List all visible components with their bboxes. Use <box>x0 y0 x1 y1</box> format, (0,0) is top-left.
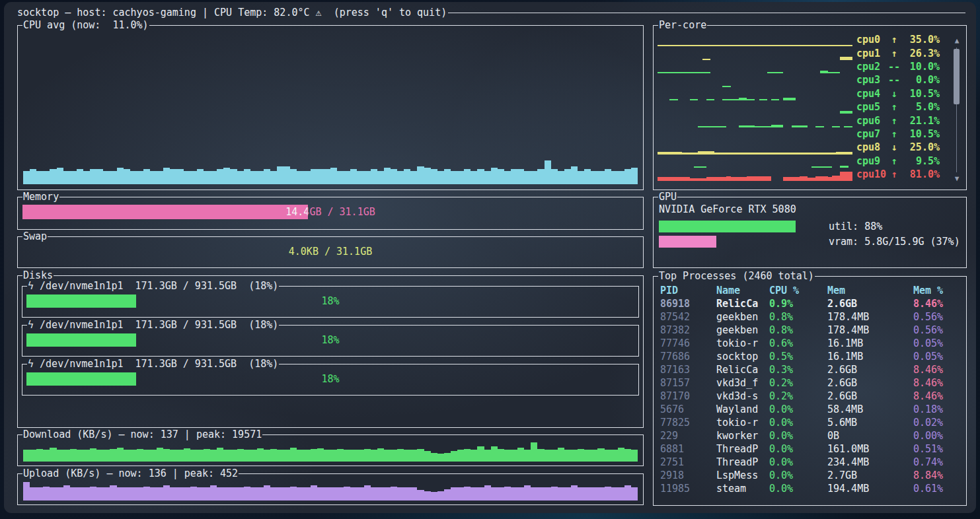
scroll-up-icon[interactable]: ▲ <box>952 37 961 45</box>
titlebar: socktop — host: cachyos-gaming | CPU Tem… <box>4 2 976 22</box>
process-mem-pct: 8.46% <box>913 364 961 376</box>
process-row[interactable]: 77746 tokio-r 0.6% 16.1MB 0.05% <box>660 337 961 350</box>
process-mem-pct: 0.05% <box>913 351 961 363</box>
process-pid: 87382 <box>660 324 716 336</box>
gpu-vram-fill <box>659 236 716 248</box>
process-row[interactable]: 87157 vkd3d_f 0.2% 2.6GB 8.46% <box>660 376 961 390</box>
process-row[interactable]: 87170 vkd3d-s 0.2% 2.6GB 8.46% <box>660 390 961 403</box>
gpu-util-fill <box>659 221 796 232</box>
scrollbar-thumb[interactable] <box>954 49 960 104</box>
core-row: cpu9 ↑ 9.5% <box>658 155 940 168</box>
process-cpu: 0.0% <box>769 403 827 415</box>
process-row[interactable]: 87382 geekben 0.8% 178.4MB 0.56% <box>660 324 961 337</box>
process-pid: 5676 <box>660 403 716 415</box>
process-cpu: 0.9% <box>769 298 827 310</box>
disks-title: Disks <box>22 271 54 281</box>
disk-usage-gauge: 18% <box>26 333 634 347</box>
process-mem-pct: 0.00% <box>913 430 961 442</box>
per-core-panel: Per-core cpu0 ↑ 35.0% <box>653 25 967 190</box>
process-row[interactable]: 11985 steam 0.0% 194.4MB 0.61% <box>660 482 961 495</box>
process-mem: 161.0MB <box>827 443 913 455</box>
process-name: vkd3d_f <box>716 377 769 389</box>
process-row[interactable]: 2751 ThreadP 0.0% 234.4MB 0.74% <box>660 456 961 469</box>
disk-item-title: /dev/nvme1n1p1 171.3GB / 931.5GB (18%) <box>40 280 278 292</box>
process-table-body: 86918 RelicCa 0.9% 2.6GB 8.46% 87542 gee… <box>660 297 961 495</box>
core-trend-icon: ↑ <box>887 48 901 59</box>
process-mem: 16.1MB <box>827 351 913 363</box>
core-trend-icon: ↑ <box>887 155 901 167</box>
core-name: cpu8 <box>856 141 887 153</box>
disk-usage-gauge: 18% <box>26 294 634 308</box>
process-mem: 5.6MB <box>827 417 913 429</box>
core-trend-icon: ↓ <box>887 141 901 153</box>
process-name: RelicCa <box>716 364 769 376</box>
process-pid: 2751 <box>660 456 716 468</box>
col-name: Name <box>716 285 769 296</box>
process-mem: 58.4MB <box>827 403 913 415</box>
core-usage-value: 35.0% <box>901 34 940 46</box>
process-mem-pct: 0.05% <box>913 337 961 349</box>
disk-power-icon: ϟ <box>28 280 40 292</box>
process-pid: 11985 <box>660 483 716 495</box>
process-mem-pct: 0.61% <box>913 483 961 495</box>
core-name: cpu9 <box>856 155 887 167</box>
process-pid: 77746 <box>660 337 716 349</box>
core-name: cpu7 <box>856 128 887 140</box>
core-trend-icon: ↑ <box>887 115 901 127</box>
disk-item-title: /dev/nvme1n1p1 171.3GB / 931.5GB (18%) <box>40 319 278 331</box>
process-row[interactable]: 2918 LspMess 0.0% 2.7GB 8.84% <box>660 469 961 482</box>
col-pid: PID <box>660 285 716 296</box>
process-mem-pct: 0.56% <box>913 324 961 336</box>
cpu-avg-title: CPU avg (now: 11.0%) <box>22 20 149 30</box>
swap-gauge-label: 4.0KB / 31.1GB <box>22 244 638 259</box>
process-mem: 194.4MB <box>827 483 913 495</box>
col-mem-pct: Mem % <box>913 285 961 296</box>
process-row[interactable]: 77686 socktop 0.5% 16.1MB 0.05% <box>660 350 961 363</box>
process-name: ThreadP <box>716 456 769 468</box>
col-mem: Mem <box>827 285 913 296</box>
core-sparkline <box>658 60 852 73</box>
process-mem: 2.6GB <box>827 390 913 402</box>
core-sparkline <box>658 141 852 154</box>
process-row[interactable]: 6881 ThreadP 0.0% 161.0MB 0.51% <box>660 442 961 456</box>
process-table-header: PID Name CPU % Mem Mem % <box>660 284 961 297</box>
core-name: cpu1 <box>856 48 887 59</box>
core-usage-value: 5.0% <box>901 101 940 113</box>
process-name: geekben <box>716 311 769 323</box>
process-mem-pct: 8.46% <box>913 298 961 310</box>
process-cpu: 0.0% <box>769 456 827 468</box>
process-cpu: 0.0% <box>769 417 827 429</box>
process-row[interactable]: 87542 geekben 0.8% 178.4MB 0.56% <box>660 310 961 324</box>
scroll-down-icon[interactable]: ▼ <box>952 175 961 183</box>
terminal-window: socktop — host: cachyos-gaming | CPU Tem… <box>4 2 976 513</box>
core-usage-value: 26.3% <box>901 48 940 59</box>
titlebar-rule <box>448 13 965 13</box>
disk-list: ϟ /dev/nvme1n1p1 171.3GB / 931.5GB (18%)… <box>22 286 639 396</box>
core-usage-value: 10.0% <box>901 61 940 73</box>
disks-panel: Disks ϟ /dev/nvme1n1p1 171.3GB / 931.5GB… <box>17 275 644 428</box>
process-name: ThreadP <box>716 443 769 455</box>
process-row[interactable]: 86918 RelicCa 0.9% 2.6GB 8.46% <box>660 297 961 310</box>
process-row[interactable]: 229 kworker 0.0% 0B 0.00% <box>660 429 961 442</box>
memory-panel: Memory 14.4GB / 31.1GB 14.4GB / 31.1GB <box>17 197 644 230</box>
memory-title: Memory <box>22 192 59 202</box>
process-pid: 87157 <box>660 377 716 389</box>
download-panel: Download (KB/s) — now: 137 | peak: 19571 <box>17 434 644 466</box>
upload-sparkline <box>23 481 638 501</box>
core-name: cpu5 <box>856 101 887 113</box>
core-name: cpu2 <box>856 61 887 73</box>
core-scrollbar[interactable]: ▲ ▼ <box>952 37 961 183</box>
gpu-vram-gauge <box>659 236 814 248</box>
core-row: cpu5 ↑ 5.0% <box>658 100 940 114</box>
gpu-name: NVIDIA GeForce RTX 5080 <box>659 203 961 217</box>
process-cpu: 0.2% <box>769 377 827 389</box>
process-row[interactable]: 77825 tokio-r 0.0% 5.6MB 0.02% <box>660 416 961 429</box>
core-row: cpu3 -- 0.0% <box>658 73 940 86</box>
process-pid: 86918 <box>660 298 716 310</box>
process-pid: 2918 <box>660 469 716 481</box>
process-name: steam <box>716 483 769 495</box>
process-row[interactable]: 5676 Wayland 0.0% 58.4MB 0.18% <box>660 403 961 416</box>
app-title: socktop — host: cachyos-gaming | CPU Tem… <box>17 7 447 18</box>
process-pid: 87163 <box>660 364 716 376</box>
process-row[interactable]: 87163 RelicCa 0.3% 2.6GB 8.46% <box>660 363 961 376</box>
